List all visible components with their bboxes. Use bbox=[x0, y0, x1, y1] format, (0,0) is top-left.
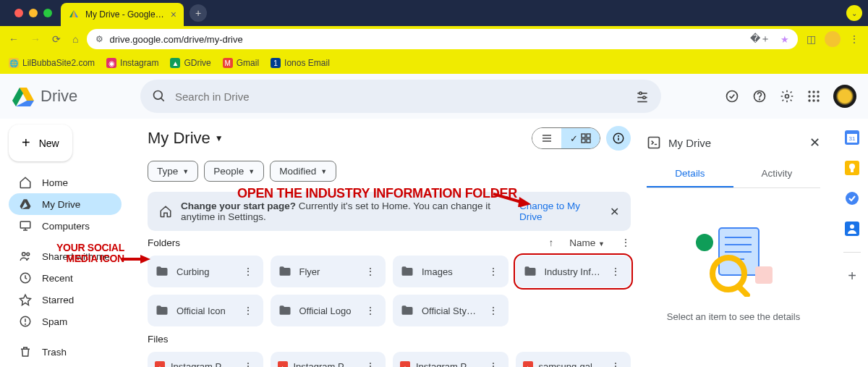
svg-rect-58 bbox=[736, 284, 751, 297]
more-options-icon[interactable]: ⋮ bbox=[240, 303, 256, 318]
filter-chip-type[interactable]: Type▼ bbox=[148, 161, 198, 182]
folder-card[interactable]: Flyer⋮ bbox=[271, 256, 386, 287]
sidebar-item-shared-with-me[interactable]: Shared with me bbox=[9, 245, 122, 267]
banner-close-icon[interactable]: ✕ bbox=[610, 205, 619, 219]
svg-point-15 bbox=[760, 99, 760, 100]
breadcrumb[interactable]: My Drive ▼ bbox=[148, 129, 224, 148]
list-view-button[interactable] bbox=[532, 128, 561, 148]
site-info-icon[interactable]: ⚙ bbox=[95, 34, 103, 44]
more-options-icon[interactable]: ⋮ bbox=[608, 264, 624, 279]
banner-link[interactable]: Change to My Drive bbox=[519, 201, 591, 222]
contacts-app-icon[interactable] bbox=[845, 222, 859, 236]
bookmark-item[interactable]: ▲GDrive bbox=[170, 58, 210, 68]
tab-activity[interactable]: Activity bbox=[733, 161, 820, 187]
window-minimize[interactable] bbox=[29, 9, 38, 17]
account-avatar[interactable] bbox=[833, 85, 856, 108]
keep-app-icon[interactable] bbox=[845, 161, 859, 175]
reload-button[interactable]: ⟳ bbox=[52, 33, 61, 45]
more-options-icon[interactable]: ⋮ bbox=[362, 303, 378, 318]
new-button[interactable]: + New bbox=[9, 125, 72, 161]
sidebar-item-spam[interactable]: Spam bbox=[9, 311, 122, 332]
forward-button[interactable]: → bbox=[30, 33, 41, 45]
image-file-icon bbox=[155, 361, 165, 367]
get-addons-icon[interactable]: + bbox=[845, 269, 859, 283]
tab-close-icon[interactable]: × bbox=[171, 9, 176, 20]
details-close-icon[interactable]: ✕ bbox=[809, 135, 820, 151]
chrome-tabs-menu[interactable]: ⌄ bbox=[846, 5, 862, 21]
folder-card[interactable]: Images⋮ bbox=[393, 256, 509, 287]
ready-offline-icon[interactable] bbox=[725, 89, 739, 104]
folder-name: Official Style Gu… bbox=[422, 305, 478, 316]
new-tab-button[interactable]: + bbox=[190, 4, 207, 22]
bookmark-item[interactable]: 1Ionos Email bbox=[271, 58, 330, 68]
folder-name: Official Icon bbox=[176, 305, 233, 316]
file-name: Instagram Post … bbox=[171, 361, 234, 368]
more-options-icon[interactable]: ⋮ bbox=[485, 303, 501, 318]
svg-rect-56 bbox=[755, 266, 773, 284]
info-button[interactable] bbox=[606, 126, 631, 151]
tab-details[interactable]: Details bbox=[647, 161, 733, 187]
more-options-icon[interactable]: ⋮ bbox=[485, 264, 501, 279]
tasks-app-icon[interactable] bbox=[845, 191, 859, 206]
bookmark-item[interactable]: 🌐LilBubbaSite2.com bbox=[9, 58, 95, 68]
help-icon[interactable] bbox=[752, 89, 767, 104]
more-options-icon[interactable]: ⋮ bbox=[362, 359, 378, 367]
side-panel-icon[interactable]: ◫ bbox=[807, 33, 816, 45]
home-button[interactable]: ⌂ bbox=[72, 33, 78, 45]
sort-field-button[interactable]: Name ▼ bbox=[569, 237, 605, 248]
more-options-icon[interactable]: ⋮ bbox=[240, 359, 256, 367]
filter-chip-people[interactable]: People▼ bbox=[204, 161, 264, 182]
bookmark-item[interactable]: MGmail bbox=[223, 58, 259, 68]
more-options-icon[interactable]: ⋮ bbox=[621, 237, 631, 248]
search-bar[interactable] bbox=[140, 80, 661, 113]
sidebar-item-home[interactable]: Home bbox=[9, 172, 122, 193]
window-maximize[interactable] bbox=[43, 9, 52, 17]
filter-chip-modified[interactable]: Modified▼ bbox=[270, 161, 336, 182]
folder-card[interactable]: Industry Inform…⋮ bbox=[516, 256, 631, 287]
svg-point-22 bbox=[817, 95, 819, 97]
more-options-icon[interactable]: ⋮ bbox=[240, 264, 256, 279]
window-close[interactable] bbox=[14, 9, 23, 17]
bookmark-item[interactable]: ◉Instagram bbox=[106, 58, 158, 68]
sidebar-item-computers[interactable]: Computers bbox=[9, 215, 122, 237]
more-options-icon[interactable]: ⋮ bbox=[485, 359, 501, 367]
profile-icon[interactable] bbox=[825, 31, 841, 47]
file-card[interactable]: Instagram Post …⋮LilBubbaSite2.com bbox=[393, 352, 509, 367]
check-icon: ✓ bbox=[570, 133, 578, 144]
more-options-icon[interactable]: ⋮ bbox=[608, 359, 624, 367]
sort-direction-icon[interactable]: ↑ bbox=[549, 237, 554, 248]
folder-card[interactable]: Curbing⋮ bbox=[148, 256, 263, 287]
image-file-icon bbox=[278, 361, 288, 367]
more-options-icon[interactable]: ⋮ bbox=[362, 264, 378, 279]
grid-view-button[interactable]: ✓ bbox=[561, 128, 600, 148]
sidebar-item-trash[interactable]: Trash bbox=[9, 341, 122, 363]
file-card[interactable]: Instagram Post …⋮Custom Landscape Curbin… bbox=[271, 352, 386, 367]
sidebar-item-storage[interactable]: Storage bbox=[9, 363, 122, 367]
folder-card[interactable]: Official Style Gu…⋮ bbox=[393, 295, 509, 326]
calendar-app-icon[interactable]: 31 bbox=[845, 130, 859, 145]
url-bar[interactable]: ⚙ drive.google.com/drive/my-drive �＋ ★ bbox=[87, 29, 798, 49]
sidebar-item-my-drive[interactable]: My Drive bbox=[9, 193, 122, 215]
back-button[interactable]: ← bbox=[9, 33, 19, 45]
sidebar-item-starred[interactable]: Starred bbox=[9, 289, 122, 311]
sidebar-item-label: Spam bbox=[42, 316, 67, 327]
search-input[interactable] bbox=[175, 90, 626, 103]
file-card[interactable]: samsung-galax…⋮ bbox=[516, 352, 631, 367]
chrome-menu-icon[interactable]: ⋮ bbox=[849, 33, 859, 45]
file-card[interactable]: Instagram Post …⋮ bbox=[148, 352, 263, 367]
folder-card[interactable]: Official Logo⋮ bbox=[271, 295, 386, 326]
apps-grid-icon[interactable] bbox=[807, 90, 820, 103]
search-options-icon[interactable] bbox=[635, 89, 650, 104]
browser-tab[interactable]: My Drive - Google Drive × bbox=[61, 3, 184, 26]
install-app-icon[interactable]: �＋ bbox=[750, 33, 770, 46]
folder-icon bbox=[278, 303, 292, 318]
folders-section-label: Folders bbox=[148, 237, 180, 248]
settings-icon[interactable] bbox=[780, 89, 794, 104]
bookmark-star-icon[interactable]: ★ bbox=[780, 34, 789, 45]
chip-label: Modified bbox=[279, 166, 316, 177]
folder-card[interactable]: Official Icon⋮ bbox=[148, 295, 263, 326]
sidebar-item-recent[interactable]: Recent bbox=[9, 267, 122, 289]
bookmark-label: Gmail bbox=[237, 58, 259, 68]
folder-icon bbox=[400, 303, 414, 318]
bookmark-icon: M bbox=[223, 58, 233, 68]
